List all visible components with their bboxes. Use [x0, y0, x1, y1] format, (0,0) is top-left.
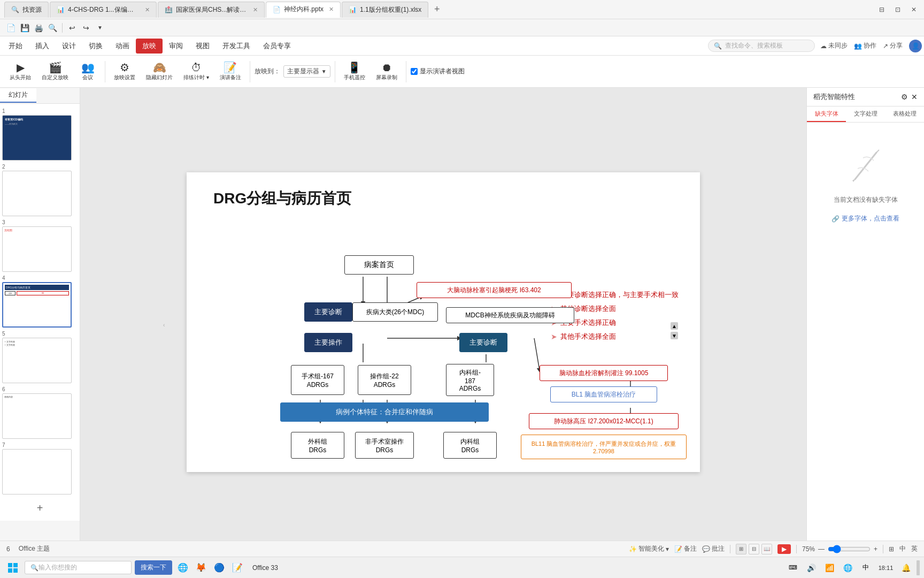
right-panel-content: 当前文档没有缺失字体 🔗 更多字体，点击查看: [807, 123, 924, 557]
phone-remote-btn[interactable]: 📱 手机遥控: [340, 60, 369, 83]
taskbar-browser-icon[interactable]: 🌐: [175, 560, 190, 575]
grid-icon[interactable]: ⊞: [889, 545, 894, 553]
menu-insert[interactable]: 插入: [29, 39, 56, 54]
zoom-slider[interactable]: [828, 545, 871, 553]
tab-neurology-pptx[interactable]: 📄 神经内科.pptx ✕: [266, 2, 341, 18]
slide-canvas[interactable]: DRG分组与病历首页 ➤ 主要诊断选择正确，与主要手术相一致 ➤ 其他诊断选择全…: [187, 172, 700, 472]
meeting-btn[interactable]: 👥 会议: [75, 60, 101, 83]
more-fonts-link[interactable]: 🔗 更多字体，点击查看: [831, 214, 899, 223]
menu-view[interactable]: 视图: [189, 39, 216, 54]
tray-network-icon[interactable]: 📶: [822, 560, 837, 575]
scroll-left[interactable]: ‹: [163, 322, 171, 328]
tray-lang-icon[interactable]: 中: [858, 560, 873, 575]
tab-nhsa[interactable]: 🏥 国家医保局CHS...解读新 -长春 ✕: [158, 2, 265, 18]
user-avatar[interactable]: 👤: [909, 40, 922, 52]
node-bl1: BL1 脑血管病溶栓治疗: [550, 386, 657, 402]
search-btn[interactable]: 🔍: [46, 21, 59, 34]
screen-record-btn[interactable]: ⏺ 屏幕录制: [372, 60, 402, 83]
play-to-select[interactable]: 主要显示器 ▼: [283, 65, 330, 78]
node-pulmonary: 肺动脉高压 I27.200x012-MCC(1.1): [529, 413, 679, 429]
menu-devtools[interactable]: 开发工具: [216, 39, 257, 54]
slide-thumb-wrapper-1: 1 有客页ICD编码 ——作为科大: [2, 108, 78, 161]
close-panel-icon[interactable]: ✕: [911, 93, 918, 101]
play-sep-1: [105, 61, 105, 82]
collab-btn[interactable]: 👥 协作: [854, 41, 876, 50]
add-slide-btn[interactable]: +: [2, 500, 78, 516]
dropdown-btn[interactable]: ▼: [94, 21, 106, 34]
close-btn[interactable]: ✕: [908, 4, 920, 16]
presenter-view-check[interactable]: [411, 68, 418, 75]
taskbar-word-icon[interactable]: 📝: [230, 560, 245, 575]
timer-btn[interactable]: ⏱ 排练计时 ▾: [179, 60, 213, 83]
menu-design[interactable]: 设计: [56, 39, 82, 54]
print-btn[interactable]: 🖨️: [32, 21, 45, 34]
right-tab-text[interactable]: 文字处理: [846, 107, 885, 122]
tab-close-nhsa[interactable]: ✕: [253, 6, 258, 13]
undo-btn[interactable]: ↩: [66, 21, 79, 34]
taskbar-edge-icon[interactable]: 🔵: [212, 560, 227, 575]
tab-close-btn[interactable]: ✕: [145, 6, 150, 13]
play-slide-btn[interactable]: ▶: [777, 544, 791, 554]
illustration: [844, 142, 887, 185]
minimize-btn[interactable]: ⊟: [876, 4, 888, 16]
right-tab-table[interactable]: 表格处理: [885, 107, 924, 122]
menu-start[interactable]: 开始: [2, 39, 29, 54]
tray-globe-icon[interactable]: 🌐: [840, 560, 855, 575]
right-panel-header: 稻壳智能特性 ⚙ ✕: [807, 88, 924, 107]
node-med-group: 内科组-187ADRGs: [446, 364, 494, 396]
search-btn-taskbar[interactable]: 搜索一下: [135, 560, 172, 575]
slide-thumb-4[interactable]: DRG分组与病历首页 主诊 I63: [2, 282, 72, 328]
lang-en[interactable]: 英: [911, 544, 918, 553]
slide-thumb-7[interactable]: [2, 449, 72, 495]
menu-search-box[interactable]: 🔍 查找命令、搜索模板: [708, 40, 815, 52]
menu-transition[interactable]: 切换: [82, 39, 109, 54]
scroll-up[interactable]: ▲: [671, 322, 678, 330]
tray-speaker-icon[interactable]: 🔊: [804, 560, 819, 575]
share-btn[interactable]: ↗ 分享: [883, 41, 903, 50]
play-icon: ▶: [782, 545, 787, 553]
tab-drg-code[interactable]: 📊 4-CHS-DRG 1...保编码 2.0)(1) ✕: [50, 2, 157, 18]
play-from-start-btn[interactable]: ▶ 从头开始: [5, 60, 35, 83]
display-presenter-checkbox[interactable]: 显示演讲者视图: [411, 67, 465, 76]
tray-keyboard-icon[interactable]: ⌨: [786, 560, 800, 575]
tab-close-pptx[interactable]: ✕: [329, 6, 334, 13]
comment-btn[interactable]: 💬 批注: [702, 544, 725, 553]
normal-view-btn[interactable]: ⊞: [736, 544, 746, 554]
maximize-btn[interactable]: ⊡: [892, 4, 904, 16]
menu-slideshow[interactable]: 放映: [136, 39, 163, 54]
taskbar-search-box[interactable]: 🔍 输入你想搜的: [25, 561, 132, 574]
add-tab-button[interactable]: +: [429, 2, 444, 17]
slide-thumb-2[interactable]: [2, 171, 72, 216]
settings-icon[interactable]: ⚙: [901, 93, 908, 101]
reading-view-btn[interactable]: 📖: [761, 544, 772, 554]
taskbar-firefox-icon[interactable]: 🦊: [194, 560, 209, 575]
menu-review[interactable]: 审阅: [163, 39, 189, 54]
slide-thumb-5[interactable]: • 文字列表 • 文字列表: [2, 338, 72, 383]
grid-view-btn[interactable]: ⊟: [749, 544, 759, 554]
new-file-btn[interactable]: 📄: [4, 21, 17, 34]
presenter-notes-btn[interactable]: 📝 演讲备注: [215, 60, 245, 83]
slide-thumb-3[interactable]: 流程图: [2, 226, 72, 272]
notification-btn[interactable]: 🔔: [898, 560, 913, 575]
slide-thumb-1[interactable]: 有客页ICD编码 ——作为科大: [2, 115, 72, 161]
slide-thumb-6[interactable]: 表格内容: [2, 393, 72, 439]
right-tab-missing-font[interactable]: 缺失字体: [807, 107, 846, 122]
redo-btn[interactable]: ↪: [80, 21, 93, 34]
show-desktop-btn[interactable]: [917, 560, 920, 575]
save-btn[interactable]: 💾: [18, 21, 31, 34]
notes-btn[interactable]: 📝 备注: [674, 544, 697, 553]
play-sep-4: [406, 61, 406, 82]
tab-slides[interactable]: 幻灯片: [0, 88, 36, 103]
tab-find-resources[interactable]: 🔍 找资源: [4, 2, 49, 18]
tab-excel[interactable]: 📊 1.1版分组权重(1).xlsx: [342, 2, 428, 18]
sync-status[interactable]: ☁ 未同步: [820, 41, 848, 50]
hide-slide-btn[interactable]: 🙈 隐藏幻灯片: [142, 60, 177, 83]
play-settings-btn[interactable]: ⚙ 放映设置: [110, 60, 140, 83]
custom-show-btn[interactable]: 🎬 自定义放映: [37, 60, 73, 83]
lang-cn[interactable]: 中: [899, 544, 906, 553]
start-btn[interactable]: [4, 559, 21, 576]
smart-beautify-btn[interactable]: ✨ 智能美化 ▾: [629, 544, 669, 553]
menu-premium[interactable]: 会员专享: [257, 39, 297, 54]
menu-animation[interactable]: 动画: [109, 39, 136, 54]
scroll-down[interactable]: ▼: [671, 332, 678, 339]
